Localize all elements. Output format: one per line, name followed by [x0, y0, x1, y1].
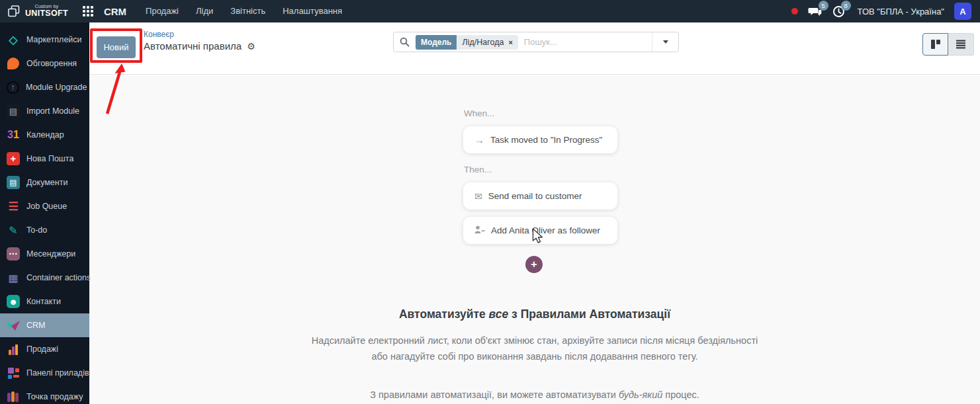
sales-bar-chart-icon — [5, 341, 21, 357]
activities-button[interactable]: 8 — [832, 5, 845, 18]
top-navbar: Custom by UNITSOFT CRM Продажі Ліди Звіт… — [0, 0, 980, 22]
annotation-highlight-box — [90, 28, 142, 63]
pos-bag-icon — [5, 389, 21, 404]
overlapping-windows-icon — [8, 5, 21, 17]
sidebar-item-marketplaces[interactable]: Маркетплейси — [0, 28, 89, 52]
menu-item-sales[interactable]: Продажі — [137, 0, 187, 22]
empty-state-paragraph-2: З правилами автоматизації, ви можете авт… — [89, 387, 980, 403]
sidebar-item-discuss[interactable]: Обговорення — [0, 52, 89, 75]
add-rule-plus-icon: + — [525, 256, 543, 273]
app-sidebar: Маркетплейси Обговорення Module Upgrade … — [0, 22, 89, 404]
sidebar-item-calendar[interactable]: Календар — [0, 123, 89, 147]
status-dot — [791, 8, 798, 15]
discuss-bubble-icon — [7, 58, 19, 69]
empty-state-heading: Автоматизуйте все з Правилами Автоматиза… — [89, 307, 980, 321]
logo-brand: UNITSOFT — [25, 9, 68, 19]
search-facet: Модель Лід/Нагода × — [416, 35, 518, 50]
breadcrumb-pipeline-link[interactable]: Конвеєр — [144, 30, 255, 39]
sidebar-item-todo[interactable]: To-do — [0, 218, 89, 242]
sidebar-item-job-queue[interactable]: Job Queue — [0, 194, 89, 218]
menu-item-leads[interactable]: Ліди — [187, 0, 222, 22]
app-menu: Продажі Ліди Звітність Налаштування — [137, 0, 351, 22]
nova-poshta-icon — [7, 152, 20, 165]
menu-item-reporting[interactable]: Звітність — [222, 0, 274, 22]
dashboards-grid-icon — [5, 365, 21, 381]
sidebar-item-nova-poshta[interactable]: Нова Пошта — [0, 147, 89, 171]
sidebar-item-messengers[interactable]: Месенджери — [0, 242, 89, 266]
demo-card-send-email: Send email to customer — [463, 182, 617, 210]
kanban-view-icon — [931, 40, 940, 49]
sidebar-item-import-module[interactable]: Import Module — [0, 99, 89, 123]
gear-icon[interactable] — [247, 41, 255, 52]
todo-pencil-icon — [5, 222, 21, 238]
messages-badge: 5 — [819, 1, 828, 11]
facet-remove-icon[interactable]: × — [508, 38, 512, 46]
sidebar-item-module-upgrade[interactable]: Module Upgrade — [0, 75, 89, 99]
view-switcher — [922, 33, 974, 56]
facet-value: Лід/Нагода × — [457, 35, 517, 50]
unitsoft-logo[interactable]: Custom by UNITSOFT — [0, 4, 73, 19]
sidebar-item-dashboards[interactable]: Панелі приладів — [0, 361, 89, 385]
demo-card-trigger: Task moved to "In Progress" — [463, 126, 617, 153]
page-title: Автоматичні правила — [144, 40, 242, 52]
calendar-31-icon — [5, 127, 21, 143]
company-name[interactable]: ТОВ "БПЛА - Україна" — [858, 7, 944, 17]
module-upgrade-icon — [7, 81, 19, 94]
import-module-icon — [7, 104, 20, 118]
activities-badge: 8 — [841, 1, 851, 11]
sidebar-item-crm[interactable]: CRM — [0, 313, 89, 337]
when-label: When... — [464, 108, 495, 118]
search-icon — [400, 37, 410, 47]
messages-button[interactable]: 5 — [808, 5, 823, 18]
sidebar-item-documents[interactable]: Документи — [0, 171, 89, 194]
crm-ribbon-icon — [5, 317, 21, 333]
contacts-person-icon — [7, 295, 20, 308]
empty-state-paragraph-1: Надсилайте електронний лист, коли об'єкт… — [89, 333, 980, 364]
current-app-name[interactable]: CRM — [104, 6, 126, 17]
menu-item-settings[interactable]: Налаштування — [274, 0, 351, 22]
annotation-arrow-icon — [93, 63, 130, 117]
then-label: Then... — [464, 165, 492, 175]
marketplace-cube-icon — [5, 32, 21, 48]
search-input[interactable] — [524, 37, 648, 47]
sidebar-item-pos[interactable]: Точка продажу — [0, 385, 89, 404]
list-view-button[interactable] — [948, 33, 974, 56]
arrow-right-icon — [474, 135, 484, 145]
breadcrumb: Конвеєр Автоматичні правила — [144, 30, 255, 52]
container-actions-puzzle-icon — [5, 270, 21, 286]
list-view-icon — [956, 40, 965, 49]
add-follower-person-icon — [474, 225, 485, 235]
facet-category: Модель — [416, 35, 457, 50]
chevron-down-icon — [663, 40, 668, 44]
documents-icon — [7, 176, 20, 189]
apps-grid-icon[interactable] — [83, 6, 93, 17]
sidebar-item-contacts[interactable]: Контакти — [0, 290, 89, 313]
search-dropdown-toggle[interactable] — [652, 32, 678, 52]
kanban-view-button[interactable] — [922, 33, 948, 56]
messengers-chat-icon — [7, 247, 20, 261]
job-queue-icon — [5, 198, 21, 214]
envelope-icon — [474, 192, 482, 201]
mouse-cursor-icon — [532, 228, 544, 244]
sidebar-item-sales[interactable]: Продажі — [0, 337, 89, 361]
search-bar[interactable]: Модель Лід/Нагода × — [393, 32, 679, 52]
sidebar-item-container-actions[interactable]: Container actions — [0, 266, 89, 290]
navbar-right: 5 8 ТОВ "БПЛА - Україна" A — [791, 3, 980, 20]
user-avatar[interactable]: A — [954, 3, 971, 20]
control-panel: Новий Конвеєр Автоматичні правила Модель… — [89, 22, 980, 75]
